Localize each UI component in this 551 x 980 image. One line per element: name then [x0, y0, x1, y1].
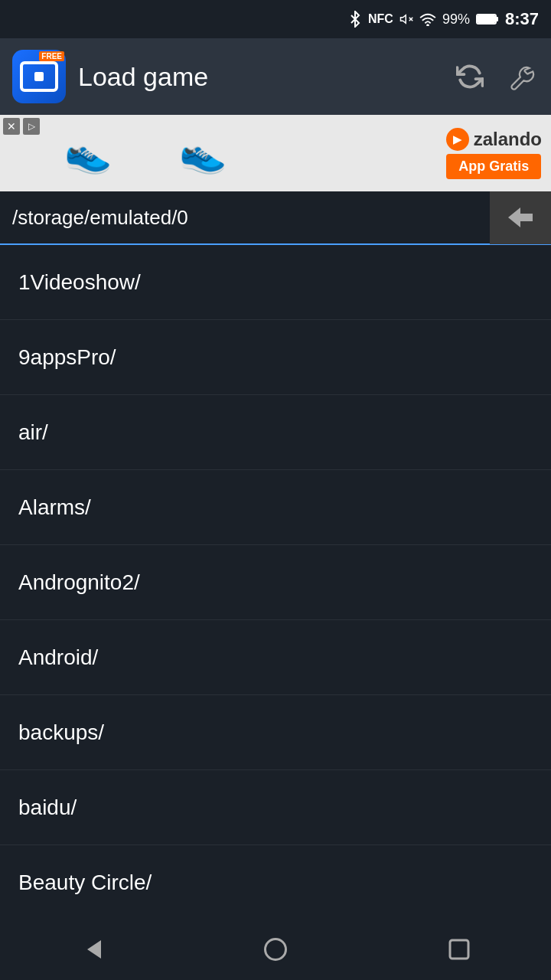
shoe-image-2: 👟: [145, 122, 260, 184]
ad-info-button[interactable]: ▷: [23, 118, 40, 135]
app-title: Load game: [78, 62, 441, 92]
nav-back-icon: [78, 936, 106, 963]
ad-shoes: 👟 👟: [31, 122, 432, 184]
free-badge: FREE: [39, 51, 64, 61]
path-input[interactable]: [0, 191, 490, 243]
file-item-name: backups/: [18, 720, 104, 745]
wifi-icon: [419, 12, 436, 26]
status-time: 8:37: [505, 9, 539, 29]
list-item[interactable]: 1Videoshow/: [0, 245, 551, 320]
list-item[interactable]: Andrognito2/: [0, 545, 551, 620]
nav-bar: [0, 919, 551, 980]
nav-recent-icon: [445, 936, 473, 963]
wrench-icon: [508, 63, 536, 90]
back-arrow-icon: [507, 206, 534, 229]
svg-rect-5: [496, 17, 498, 21]
svg-marker-0: [400, 15, 406, 24]
file-item-name: Android/: [18, 645, 98, 670]
zalando-play-icon: ▶: [446, 128, 469, 151]
file-list: 1Videoshow/ 9appsPro/ air/ Alarms/ Andro…: [0, 245, 551, 920]
ad-banner[interactable]: ✕ ▷ 👟 👟 ▶ zalando App Gratis: [0, 115, 551, 191]
app-bar: FREE Load game: [0, 38, 551, 115]
nav-recent-button[interactable]: [429, 926, 490, 972]
ad-close-area: ✕ ▷: [3, 118, 40, 135]
path-back-button[interactable]: [490, 191, 551, 244]
app-bar-actions: [453, 60, 539, 93]
list-item[interactable]: 9appsPro/: [0, 320, 551, 395]
ad-close-button[interactable]: ✕: [3, 118, 20, 135]
svg-marker-7: [508, 207, 533, 227]
file-item-name: Alarms/: [18, 495, 91, 520]
list-item[interactable]: Android/: [0, 620, 551, 695]
mute-icon: [399, 11, 413, 28]
nav-back-button[interactable]: [61, 926, 122, 972]
refresh-icon: [456, 63, 484, 90]
file-item-name: baidu/: [18, 795, 77, 820]
svg-rect-6: [478, 15, 495, 23]
svg-rect-10: [450, 940, 468, 959]
shoe-image-1: 👟: [31, 122, 145, 184]
svg-point-3: [426, 24, 429, 26]
list-item[interactable]: Beauty Circle/: [0, 845, 551, 920]
file-item-name: 1Videoshow/: [18, 270, 141, 295]
svg-point-9: [266, 939, 286, 960]
path-bar: [0, 191, 551, 245]
app-icon: FREE: [12, 50, 66, 103]
ad-content: 👟 👟 ▶ zalando App Gratis: [0, 115, 551, 191]
app-gratis-button[interactable]: App Gratis: [446, 154, 541, 179]
battery-icon: [476, 12, 499, 26]
bluetooth-icon: [348, 11, 362, 28]
settings-button[interactable]: [505, 60, 539, 93]
refresh-button[interactable]: [453, 60, 487, 93]
nav-home-icon: [262, 936, 289, 963]
file-item-name: air/: [18, 420, 48, 445]
file-item-name: 9appsPro/: [18, 345, 116, 370]
zalando-logo: ▶ zalando: [446, 128, 542, 151]
zalando-name: zalando: [474, 129, 542, 150]
status-bar: NFC 99% 8:37: [0, 0, 551, 38]
list-item[interactable]: backups/: [0, 695, 551, 770]
nav-home-button[interactable]: [245, 926, 306, 972]
svg-marker-8: [87, 940, 101, 959]
nfc-icon: NFC: [368, 12, 393, 26]
file-item-name: Beauty Circle/: [18, 871, 152, 895]
list-item[interactable]: baidu/: [0, 770, 551, 845]
list-item[interactable]: Alarms/: [0, 470, 551, 545]
file-item-name: Andrognito2/: [18, 570, 140, 595]
status-icons: NFC 99% 8:37: [348, 9, 539, 29]
app-icon-inner: [20, 61, 58, 92]
battery-percentage: 99%: [442, 11, 470, 28]
list-item[interactable]: air/: [0, 395, 551, 470]
ad-brand-area: ▶ zalando App Gratis: [446, 128, 542, 179]
